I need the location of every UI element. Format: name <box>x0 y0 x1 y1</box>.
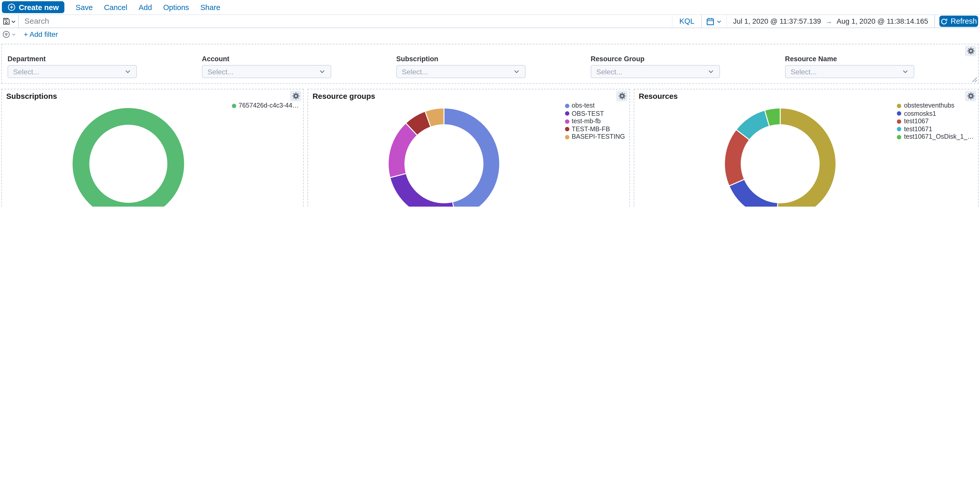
topnav-menu: SaveCancelAddOptionsShare <box>64 3 220 11</box>
kql-button[interactable]: KQL <box>672 15 702 27</box>
nav-link-cancel[interactable]: Cancel <box>104 3 127 11</box>
legend-label: test1067 <box>904 118 929 124</box>
chevron-down-icon <box>902 68 909 75</box>
legend-item-test10671-osdisk-1[interactable]: test10671_OsDisk_1_… <box>897 134 974 140</box>
range-arrow-icon: → <box>826 18 832 25</box>
legend-dot-icon <box>897 119 902 124</box>
chevron-down-icon <box>124 68 131 75</box>
legend-dot-icon <box>565 104 569 108</box>
panel-input-controls: DepartmentSelect...AccountSelect...Subsc… <box>1 44 979 84</box>
panel-settings-button[interactable] <box>616 91 628 101</box>
select-placeholder: Select... <box>791 68 902 75</box>
legend-item-7657426d-c4c3-44[interactable]: 7657426d-c4c3-44… <box>232 102 299 108</box>
panel-title: Subscriptions <box>6 92 57 100</box>
legend-item-obs-test[interactable]: obs-test <box>565 102 625 108</box>
filter-set-menu-button[interactable] <box>3 30 16 38</box>
legend-dot-icon <box>565 127 569 131</box>
date-to[interactable]: Aug 1, 2020 @ 11:38:14.165 <box>837 18 928 25</box>
legend-label: BASEPI-TESTING <box>572 134 625 140</box>
control-label-resource-group: Resource Group <box>590 55 644 62</box>
plus-circle-icon <box>8 3 16 11</box>
panel-title: Resources <box>639 92 678 100</box>
legend-dot-icon <box>897 127 902 131</box>
legend-label: test10671_OsDisk_1_… <box>904 134 974 140</box>
panel-settings-button[interactable] <box>965 46 977 56</box>
panel-subscriptions: Subscriptions 7657426d-c4c3-44… <box>1 89 304 207</box>
date-range: Jul 1, 2020 @ 11:37:57.139 → Aug 1, 2020… <box>727 15 935 27</box>
date-from[interactable]: Jul 1, 2020 @ 11:37:57.139 <box>733 18 821 25</box>
legend-item-basepi-testing[interactable]: BASEPI-TESTING <box>565 134 625 140</box>
control-label-subscription: Subscription <box>396 55 438 62</box>
select-placeholder: Select... <box>596 68 708 75</box>
legend-label: OBS-TEST <box>572 110 604 116</box>
save-query-icon <box>2 18 10 25</box>
calendar-button[interactable] <box>702 15 727 27</box>
department-select[interactable]: Select... <box>8 65 137 78</box>
resource-group-select[interactable]: Select... <box>590 65 720 78</box>
resource-name-select[interactable]: Select... <box>785 65 915 78</box>
chart-legend: obstesteventhubscosmosks1test1067test106… <box>897 102 974 140</box>
legend-dot-icon <box>897 135 902 139</box>
donut-segment-7657426d-c4c3-44[interactable] <box>81 116 176 207</box>
nav-link-options[interactable]: Options <box>163 3 189 11</box>
saved-query-menu-button[interactable] <box>0 15 19 27</box>
gear-icon <box>967 47 975 55</box>
legend-item-test1067[interactable]: test1067 <box>897 118 974 124</box>
legend-dot-icon <box>565 119 569 124</box>
control-label-department: Department <box>8 55 46 62</box>
panel-settings-button[interactable] <box>290 91 301 101</box>
donut-segment-obstesteventhubs[interactable] <box>777 108 836 207</box>
legend-item-obstesteventhubs[interactable]: obstesteventhubs <box>897 102 974 108</box>
chevron-down-icon <box>319 68 326 75</box>
legend-label: TEST-MB-FB <box>572 126 610 132</box>
nav-link-share[interactable]: Share <box>200 3 220 11</box>
create-new-label: Create new <box>19 3 59 11</box>
chevron-down-icon <box>513 68 520 75</box>
account-select[interactable]: Select... <box>202 65 331 78</box>
refresh-icon <box>941 18 948 25</box>
donut-segment-test1067[interactable] <box>725 130 749 186</box>
refresh-button[interactable]: Refresh <box>939 16 978 27</box>
chevron-down-icon <box>708 68 714 75</box>
chart-legend: 7657426d-c4c3-44… <box>232 102 299 108</box>
nav-link-save[interactable]: Save <box>76 3 92 11</box>
panel-resize-handle[interactable] <box>970 76 977 83</box>
legend-dot-icon <box>565 112 569 116</box>
donut-segment-obs-test[interactable] <box>390 174 456 207</box>
legend-item-test-mb-fb[interactable]: test-mb-fb <box>565 118 625 124</box>
legend-label: obstesteventhubs <box>904 102 954 108</box>
donut-segment-cosmosks1[interactable] <box>729 179 778 207</box>
chevron-down-icon <box>10 19 16 24</box>
resize-handle-icon <box>972 77 977 83</box>
legend-item-test10671[interactable]: test10671 <box>897 126 974 132</box>
filter-circle-icon <box>3 30 10 38</box>
panel-resources: Resources obstesteventhubscosmosks1test1… <box>634 89 979 207</box>
chart-legend: obs-testOBS-TESTtest-mb-fbTEST-MB-FBBASE… <box>565 102 625 140</box>
legend-dot-icon <box>897 112 902 116</box>
search-input[interactable] <box>19 15 672 27</box>
select-placeholder: Select... <box>208 68 319 75</box>
chevron-down-icon <box>716 19 722 24</box>
control-label-resource-name: Resource Name <box>785 55 837 62</box>
legend-label: obs-test <box>572 102 595 108</box>
legend-dot-icon <box>232 104 236 108</box>
legend-dot-icon <box>565 135 569 139</box>
panel-settings-button[interactable] <box>965 91 977 101</box>
legend-label: 7657426d-c4c3-44… <box>239 102 299 108</box>
gear-icon <box>618 92 626 100</box>
add-filter-button[interactable]: + Add filter <box>24 30 58 38</box>
panel-resource-groups: Resource groups obs-testOBS-TESTtest-mb-… <box>307 89 630 207</box>
refresh-label: Refresh <box>951 17 977 26</box>
donut-segment-obs-test[interactable] <box>444 108 500 207</box>
filter-bar: + Add filter <box>0 29 980 39</box>
create-new-button[interactable]: Create new <box>2 1 64 13</box>
calendar-icon <box>706 17 714 25</box>
gear-icon <box>967 92 975 100</box>
legend-item-cosmosks1[interactable]: cosmosks1 <box>897 110 974 116</box>
subscription-select[interactable]: Select... <box>396 65 525 78</box>
legend-item-test-mb-fb[interactable]: TEST-MB-FB <box>565 126 625 132</box>
nav-link-add[interactable]: Add <box>138 3 152 11</box>
legend-item-obs-test[interactable]: OBS-TEST <box>565 110 625 116</box>
top-navigation: Create new SaveCancelAddOptionsShare <box>0 0 980 14</box>
query-bar: KQL Jul 1, 2020 @ 11:37:57.139 → Aug 1, … <box>0 14 980 28</box>
